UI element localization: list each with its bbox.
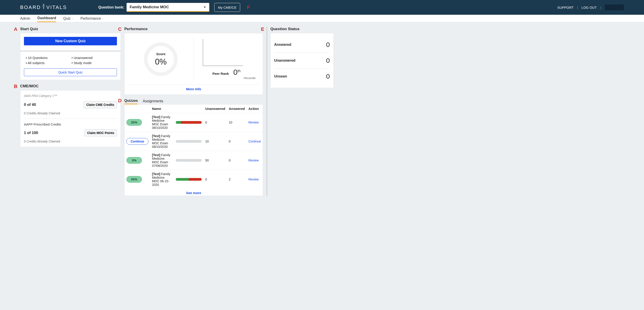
- nav-performance[interactable]: Performance⌄: [80, 15, 104, 22]
- claim-moc-button[interactable]: Claim MOC Points: [84, 129, 117, 136]
- rank-chart: [203, 39, 243, 66]
- aafp-label: AAFP Prescribed Credits: [24, 122, 117, 126]
- nav-dashboard[interactable]: Dashboard: [37, 15, 56, 22]
- performance-card: Score 0% Peer Rank 0th Percentile More I…: [124, 33, 263, 95]
- progress-bar: [176, 178, 202, 181]
- qbank-label: Question bank:: [98, 5, 124, 9]
- status-value: 0: [326, 57, 330, 64]
- quiz-default-item: Unanswered: [72, 56, 115, 60]
- moc-count: 1 of 100: [24, 131, 38, 135]
- cme-count: 0 of 40: [24, 102, 36, 107]
- nav-admin[interactable]: Admin: [20, 15, 30, 22]
- quiz-tabs: QuizzesAssignments: [124, 99, 263, 104]
- start-quiz-title: Start Quiz: [20, 27, 121, 31]
- my-cme-button[interactable]: My CME/CE: [214, 3, 240, 12]
- cell-unanswered: 0: [204, 113, 227, 132]
- score-badge: 20%: [126, 119, 142, 126]
- divider: [24, 119, 117, 119]
- performance-title: Performance: [124, 27, 263, 31]
- col-right: E Question Status Answered0Unanswered0Un…: [266, 27, 334, 196]
- cell-unanswered: 50: [204, 151, 227, 170]
- qbank-select[interactable]: Family Medicine MOC ▼: [126, 3, 209, 12]
- cell-unanswered: 0: [204, 170, 227, 189]
- score-panel: Score 0%: [128, 37, 194, 81]
- cme-section: B CME/MOC AMA PRA Category 1™ 0 of 40 Cl…: [20, 84, 121, 147]
- cme-claimed-note: 0 Credits Already Claimed: [24, 111, 117, 115]
- separator: [20, 51, 120, 51]
- quiz-default-item: All subjects: [26, 61, 69, 65]
- annotation-a: A: [14, 26, 18, 32]
- review-link[interactable]: Review: [248, 178, 259, 181]
- review-link[interactable]: Review: [248, 121, 259, 124]
- tab-quizzes[interactable]: Quizzes: [124, 99, 138, 104]
- rank-panel: Peer Rank 0th Percentile: [194, 37, 260, 81]
- cell-answered: 10: [227, 113, 247, 132]
- continue-badge[interactable]: Continue: [126, 138, 148, 145]
- cme-card: AMA PRA Category 1™ 0 of 40 Claim CME Cr…: [20, 90, 121, 147]
- quiz-defaults-list: 10 QuestionsUnansweredAll subjectsStudy …: [24, 56, 117, 68]
- continue-link[interactable]: Continue: [248, 140, 261, 143]
- start-quiz-section: A Start Quiz New Custom Quiz 10 Question…: [20, 27, 121, 80]
- user-menu[interactable]: [605, 4, 624, 10]
- new-custom-quiz-button[interactable]: New Custom Quiz: [24, 37, 117, 45]
- logo-text-a: BOARD: [20, 4, 41, 10]
- score-badge: 50%: [126, 176, 142, 183]
- app-header: BOARD VITALS Question bank: Family Medic…: [0, 0, 644, 15]
- table-row: 0%[Test] Family Medicine MOC Exam 07/08/…: [124, 151, 263, 170]
- status-value: 0: [326, 73, 330, 80]
- status-value: 0: [326, 41, 330, 48]
- quiz-name: [Test] Family Medicine MOC 06-15-2020: [150, 170, 174, 189]
- table-row: 20%[Test] Family Medicine MOC Exam 08/10…: [124, 113, 263, 132]
- qbank-value: Family Medicine MOC: [130, 5, 169, 9]
- claim-cme-button[interactable]: Claim CME Credits: [84, 101, 117, 108]
- cell-answered: 0: [227, 132, 247, 151]
- logout-link[interactable]: LOG OUT: [582, 5, 597, 9]
- cell-answered: 2: [227, 170, 247, 189]
- start-quiz-card: New Custom Quiz 10 QuestionsUnansweredAl…: [20, 33, 121, 80]
- question-status-section: E Question Status Answered0Unanswered0Un…: [270, 27, 334, 88]
- score-badge: 0%: [126, 157, 142, 164]
- quiz-default-item: 10 Questions: [26, 56, 69, 60]
- status-row: Unanswered0: [274, 53, 330, 68]
- more-info-link[interactable]: More Info: [128, 85, 259, 91]
- score-value: 0%: [155, 57, 166, 66]
- support-link[interactable]: SUPPORT: [557, 5, 573, 9]
- cell-answered: 0: [227, 151, 247, 170]
- cell-unanswered: 10: [204, 132, 227, 151]
- table-row: Continue[Test] Family Medicine MOC Exam …: [124, 132, 263, 151]
- divider: |: [600, 5, 601, 9]
- cme-category: AMA PRA Category 1™: [24, 94, 117, 98]
- col-answered: Answered: [227, 104, 247, 113]
- status-label: Unseen: [274, 74, 287, 78]
- see-more-link[interactable]: See more: [124, 189, 263, 196]
- progress-bar: [176, 159, 202, 162]
- dashboard-page: A Start Quiz New Custom Quiz 10 Question…: [0, 22, 644, 200]
- score-label: Score: [156, 52, 166, 56]
- status-row: Unseen0: [274, 68, 330, 84]
- progress-bar: [176, 121, 202, 124]
- col-action: Action: [247, 104, 263, 113]
- table-row: 50%[Test] Family Medicine MOC 06-15-2020…: [124, 170, 263, 189]
- qbank-selector-wrap: Question bank: Family Medicine MOC ▼ My …: [98, 3, 250, 12]
- status-row: Answered0: [274, 37, 330, 53]
- col-left: A Start Quiz New Custom Quiz 10 Question…: [20, 27, 121, 196]
- caret-down-icon: ▼: [204, 5, 206, 9]
- cme-title: CME/MOC: [20, 84, 121, 88]
- col-center: C Performance Score 0% Peer Rank 0th: [124, 27, 263, 196]
- caduceus-icon: [42, 4, 46, 11]
- performance-section: C Performance Score 0% Peer Rank 0th: [124, 27, 263, 95]
- annotation-f: F: [247, 4, 250, 10]
- col-name: Name: [150, 104, 174, 113]
- header-right: SUPPORT | LOG OUT |: [557, 4, 624, 10]
- tab-assignments[interactable]: Assignments: [143, 99, 163, 104]
- annotation-c: C: [118, 26, 122, 32]
- rank-value: 0th: [233, 68, 240, 77]
- rank-percentile-label: Percentile: [244, 77, 256, 80]
- review-link[interactable]: Review: [248, 159, 259, 162]
- quiz-name: [Test] Family Medicine MOC Exam 07/08/20…: [150, 151, 174, 170]
- nav-quiz[interactable]: Quiz⌄: [63, 15, 73, 22]
- annotation-d: D: [118, 98, 122, 104]
- quick-start-quiz-button[interactable]: Quick Start Quiz: [24, 68, 117, 76]
- rank-label: Peer Rank: [212, 72, 229, 75]
- quizzes-section: D QuizzesAssignments Name Unanswered Ans…: [124, 99, 263, 196]
